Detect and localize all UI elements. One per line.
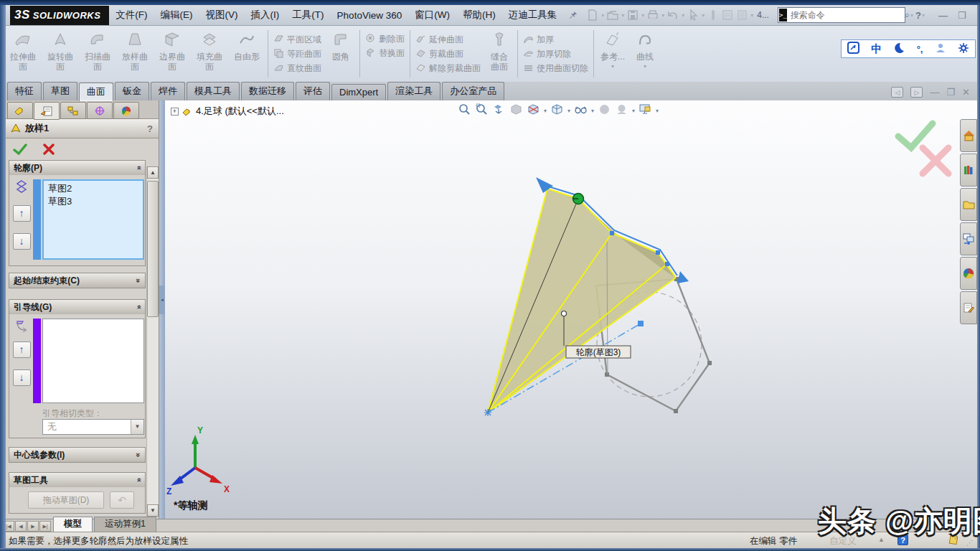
- recent-doc-short[interactable]: 4...: [757, 10, 769, 20]
- profile-callout[interactable]: 轮廓(草图3): [566, 346, 631, 358]
- doc-minimize-button[interactable]: —: [930, 87, 939, 98]
- replace-face-button[interactable]: 替换面: [365, 47, 405, 60]
- profiles-listbox[interactable]: 草图2 草图3: [42, 179, 144, 260]
- tab-dimxpert[interactable]: DimXpert: [331, 84, 386, 100]
- search-magnifier-icon[interactable]: ⌕: [905, 9, 910, 21]
- model-tab[interactable]: 模型: [53, 517, 93, 532]
- guides-header[interactable]: 引导线(G)»: [9, 300, 145, 314]
- guides-listbox[interactable]: [42, 319, 144, 403]
- delete-face-button[interactable]: 删除面: [365, 33, 405, 45]
- file-explorer-button[interactable]: [960, 188, 977, 221]
- planar-surface-button[interactable]: 平面区域: [273, 34, 321, 46]
- display-manager-tab[interactable]: [113, 102, 139, 119]
- search-input[interactable]: [788, 10, 905, 20]
- list-caret-icon[interactable]: ▾: [750, 12, 753, 19]
- tab-data-migration[interactable]: 数据迁移: [241, 82, 294, 100]
- loft-surface[interactable]: [488, 189, 676, 413]
- search-scope-icon[interactable]: >_: [779, 9, 787, 22]
- help-icon[interactable]: ?: [915, 10, 921, 21]
- cut-with-surface-button[interactable]: 使用曲面切除: [523, 62, 588, 75]
- revolved-surface-button[interactable]: 旋转曲面: [42, 27, 79, 80]
- knit-surface-button[interactable]: 缝合曲面: [484, 27, 515, 80]
- custom-properties-button[interactable]: [960, 291, 977, 324]
- ime-settings-icon[interactable]: [958, 42, 969, 56]
- pm-scrollbar[interactable]: ▲ ▼: [146, 166, 159, 517]
- menu-window[interactable]: 窗口(W): [408, 6, 456, 24]
- motion-study-tab[interactable]: 运动算例1: [94, 517, 156, 532]
- tab-scroll-last-icon[interactable]: ▶|: [39, 521, 51, 532]
- collapse-pane-right-icon[interactable]: ▷: [910, 87, 923, 98]
- fillet-button[interactable]: 圆角: [324, 27, 357, 80]
- appearances-scenes-button[interactable]: [960, 257, 977, 290]
- ok-button[interactable]: [13, 143, 27, 155]
- scroll-up-icon[interactable]: ▲: [147, 166, 159, 179]
- filled-surface-button[interactable]: 填充曲面: [191, 27, 228, 80]
- cancel-button[interactable]: [43, 143, 55, 155]
- menu-edit[interactable]: 编辑(E): [154, 6, 199, 24]
- ime-moon-icon[interactable]: [893, 42, 905, 56]
- apex-vertex[interactable]: [484, 409, 491, 416]
- profile-item[interactable]: 草图3: [48, 195, 138, 208]
- open-caret-icon[interactable]: ▾: [621, 12, 624, 19]
- collapse-pane-left-icon[interactable]: ◁: [891, 87, 903, 98]
- loft-connector-arrow[interactable]: [677, 271, 689, 283]
- ruled-surface-button[interactable]: 直纹曲面: [273, 62, 321, 75]
- confirm-ok-corner[interactable]: [898, 123, 933, 148]
- tab-scroll-next-icon[interactable]: ▶: [27, 521, 39, 532]
- print-icon[interactable]: [646, 9, 659, 22]
- tab-evaluate[interactable]: 评估: [296, 82, 330, 100]
- menu-help[interactable]: 帮助(H): [456, 6, 502, 24]
- start-end-header[interactable]: 起始/结束约束(C)»: [9, 273, 145, 288]
- doc-close-button[interactable]: ✕: [962, 87, 970, 98]
- properties-icon[interactable]: [721, 9, 734, 22]
- combo-dropdown-icon[interactable]: ▼: [131, 420, 143, 434]
- new-document-icon[interactable]: [586, 9, 599, 22]
- confirm-cancel-corner[interactable]: [923, 148, 948, 174]
- tab-weldments[interactable]: 焊件: [151, 82, 185, 100]
- property-manager-tab[interactable]: [34, 102, 60, 120]
- move-profile-up-button[interactable]: ↑: [13, 205, 31, 222]
- curves-caret-icon[interactable]: ▾: [644, 63, 646, 70]
- dimxpert-manager-tab[interactable]: [87, 102, 113, 119]
- menu-photoview[interactable]: PhotoView 360: [331, 7, 409, 24]
- ime-user-icon[interactable]: [935, 42, 946, 56]
- offset-surface-button[interactable]: 等距曲面: [273, 48, 321, 60]
- minimize-button[interactable]: —: [938, 10, 948, 21]
- freeform-button[interactable]: 自由形: [228, 27, 265, 80]
- ime-punctuation-icon[interactable]: °,: [917, 44, 923, 55]
- splitter-handle-icon[interactable]: ◂: [159, 286, 165, 314]
- tab-sketch[interactable]: 草图: [43, 82, 77, 100]
- lofted-surface-button[interactable]: 放样曲面: [116, 27, 154, 80]
- centerline-header[interactable]: 中心线参数(I)»: [9, 448, 145, 462]
- thickened-cut-button[interactable]: 加厚切除: [523, 48, 588, 60]
- new-caret-icon[interactable]: ▾: [601, 12, 604, 19]
- scroll-down-icon[interactable]: ▼: [147, 504, 159, 517]
- undo-sketch-icon[interactable]: ↶: [110, 491, 134, 509]
- view-palette-button[interactable]: [960, 222, 977, 255]
- tab-features[interactable]: 特征: [7, 82, 42, 100]
- scroll-thumb[interactable]: [147, 181, 159, 317]
- guide-tangency-combo[interactable]: 无 ▼: [42, 419, 144, 435]
- pin-menu-icon[interactable]: 📌︎: [567, 9, 578, 21]
- undo-caret-icon[interactable]: ▾: [682, 12, 684, 19]
- feature-manager-tab[interactable]: [7, 102, 33, 119]
- configuration-manager-tab[interactable]: [60, 102, 86, 119]
- centerline-endpoint[interactable]: [638, 321, 644, 326]
- tab-surfaces[interactable]: 曲面: [79, 83, 113, 101]
- print-caret-icon[interactable]: ▾: [661, 12, 664, 19]
- move-guide-down-button[interactable]: ↓: [13, 369, 31, 386]
- reference-geometry-button[interactable]: 参考...▾: [596, 27, 629, 80]
- select-caret-icon[interactable]: ▾: [702, 12, 705, 19]
- tab-scroll-prev-icon[interactable]: ◀: [15, 521, 27, 532]
- open-document-icon[interactable]: [606, 9, 619, 22]
- panel-splitter[interactable]: ◂: [159, 100, 165, 519]
- trim-surface-button[interactable]: 剪裁曲面: [415, 48, 481, 60]
- maximize-button[interactable]: ❒: [958, 10, 966, 21]
- tab-render-tools[interactable]: 渲染工具: [387, 82, 440, 100]
- select-cursor-icon[interactable]: [687, 9, 699, 22]
- drag-sketch-button[interactable]: 拖动草图(D): [28, 491, 104, 509]
- swept-surface-button[interactable]: 扫描曲面: [79, 27, 116, 80]
- callout-anchor[interactable]: [562, 311, 567, 316]
- undo-icon[interactable]: [666, 9, 679, 22]
- tab-office-products[interactable]: 办公室产品: [442, 82, 504, 100]
